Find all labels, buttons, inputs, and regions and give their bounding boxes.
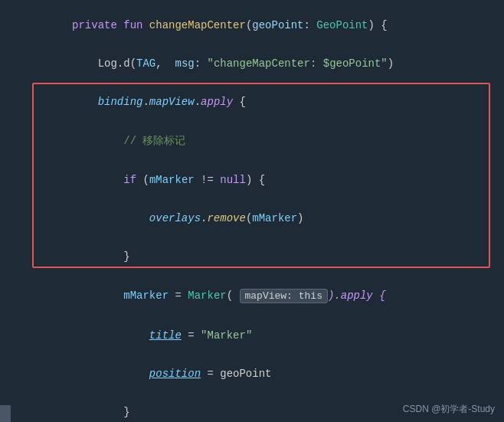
code-line-4: // 移除标记	[0, 121, 504, 161]
code-line-5: if (mMarker != null) {	[0, 161, 504, 199]
code-line-9: title = "Marker"	[0, 316, 504, 355]
position-property: position	[149, 368, 201, 380]
code-line-7: }	[0, 237, 504, 276]
code-line-10: position = geoPoint	[0, 355, 504, 393]
code-line-8: mMarker = Marker( mapView: this).apply {	[0, 276, 504, 316]
code-line-2: Log.d(TAG, msg: "changeMapCenter: $geoPo…	[0, 44, 504, 83]
sidebar-indicator	[0, 405, 11, 422]
code-line-3: binding.mapView.apply {	[0, 83, 504, 121]
code-line-6: overlays.remove(mMarker)	[0, 199, 504, 237]
code-editor: private fun changeMapCenter(geoPoint: Ge…	[0, 0, 504, 422]
title-property: title	[149, 329, 182, 342]
code-line-1: private fun changeMapCenter(geoPoint: Ge…	[0, 6, 504, 44]
watermark: CSDN @初学者-Study	[403, 403, 495, 416]
tooltip-mapview: mapView: this	[240, 289, 328, 303]
